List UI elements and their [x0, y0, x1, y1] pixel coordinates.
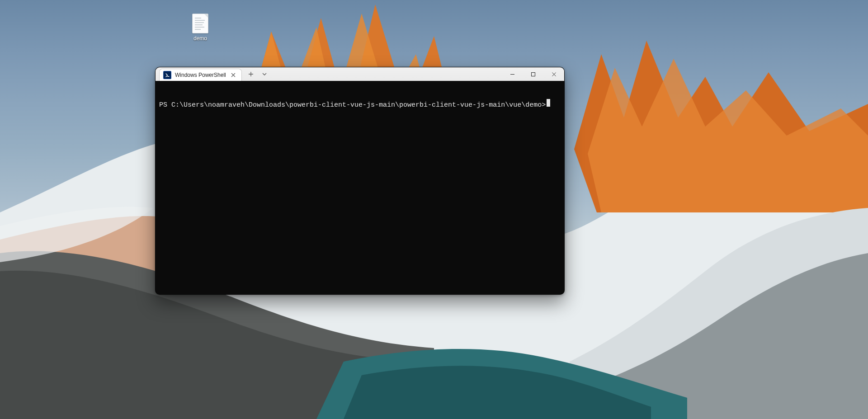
prompt-line[interactable]: PS C:\Users\noamraveh\Downloads\powerbi-… — [159, 99, 561, 109]
prompt-prefix: PS — [159, 101, 171, 109]
terminal-cursor — [547, 99, 550, 107]
titlebar[interactable]: Windows PowerShell — [156, 67, 564, 81]
desktop-icon-label: demo — [184, 35, 216, 42]
close-button[interactable] — [543, 67, 564, 81]
minimize-button[interactable] — [502, 67, 523, 81]
powershell-icon — [163, 71, 171, 79]
text-file-icon — [192, 14, 208, 33]
terminal-body[interactable]: PS C:\Users\noamraveh\Downloads\powerbi-… — [156, 81, 564, 294]
new-tab-button[interactable] — [245, 68, 257, 80]
prompt-cwd: C:\Users\noamraveh\Downloads\powerbi-cli… — [171, 101, 542, 109]
terminal-window[interactable]: Windows PowerShell — [155, 67, 565, 295]
tab-powershell[interactable]: Windows PowerShell — [159, 69, 242, 81]
maximize-button[interactable] — [523, 67, 543, 81]
desktop[interactable]: demo Windows PowerShell — [0, 0, 868, 419]
tab-close-button[interactable] — [230, 71, 237, 79]
desktop-icon-demo[interactable]: demo — [184, 14, 216, 42]
svg-rect-0 — [531, 72, 535, 76]
tab-title: Windows PowerShell — [175, 72, 226, 78]
prompt-suffix: > — [542, 101, 546, 109]
titlebar-drag-region[interactable] — [271, 67, 502, 81]
tab-dropdown-button[interactable] — [258, 68, 271, 80]
